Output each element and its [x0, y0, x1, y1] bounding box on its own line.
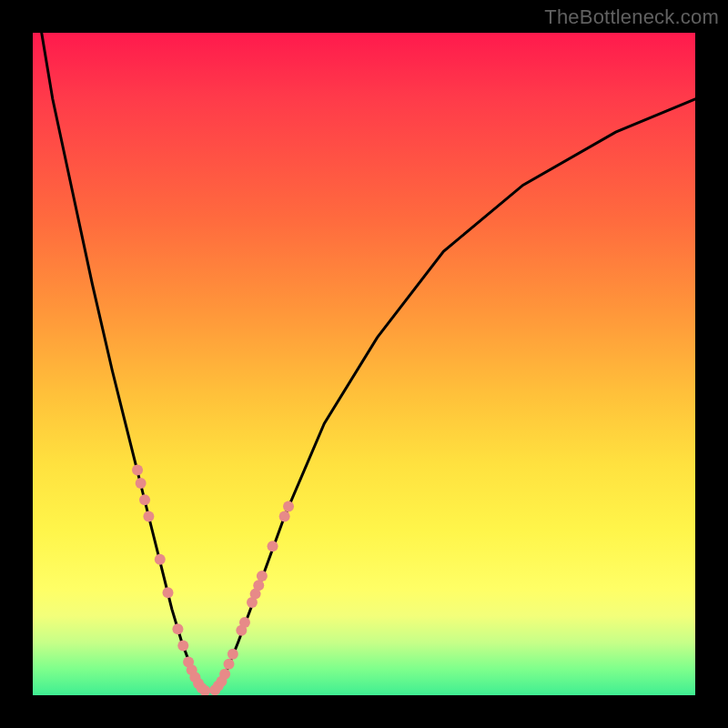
chart-frame: TheBottleneck.com — [0, 0, 728, 728]
marker-dot — [172, 623, 183, 634]
marker-dot — [239, 617, 250, 628]
curve-lines — [39, 33, 695, 692]
marker-dot — [257, 571, 268, 581]
marker-dot — [143, 511, 154, 521]
marker-dot — [279, 511, 290, 521]
marker-dot — [268, 541, 278, 551]
marker-dot — [155, 554, 166, 565]
marker-dot — [177, 640, 188, 651]
marker-dot — [228, 649, 238, 660]
marker-dot — [223, 659, 234, 670]
marker-dot — [253, 580, 264, 591]
marker-dots — [132, 464, 294, 695]
marker-dot — [136, 478, 147, 489]
marker-dot — [132, 464, 143, 475]
series-left-curve — [39, 33, 205, 692]
series-right-curve — [215, 99, 695, 690]
marker-dot — [219, 669, 230, 680]
marker-dot — [283, 501, 294, 512]
marker-dot — [139, 494, 150, 505]
watermark-text: TheBottleneck.com — [544, 5, 719, 29]
chart-svg — [33, 33, 695, 695]
plot-area — [33, 33, 695, 695]
marker-dot — [163, 587, 174, 598]
